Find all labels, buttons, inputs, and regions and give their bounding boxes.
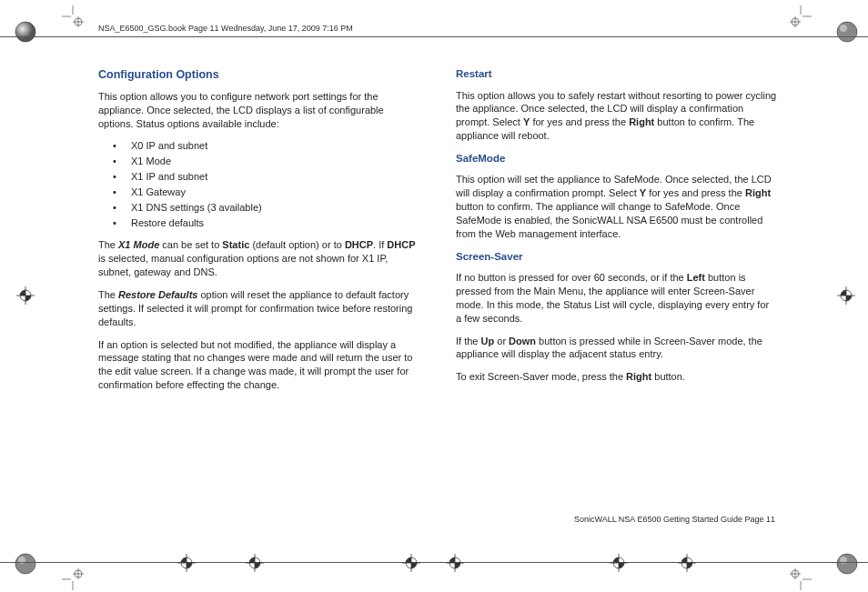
crop-mark-icon <box>790 5 812 27</box>
list-item: X1 Mode <box>120 155 419 168</box>
text: or <box>494 336 509 346</box>
text-bold: DHCP <box>387 239 415 250</box>
paragraph: This option allows you to configure netw… <box>98 90 419 131</box>
svg-point-42 <box>449 557 460 568</box>
left-column: Configuration Options This option allows… <box>98 67 419 401</box>
paragraph: This option allows you to safely restart… <box>456 89 777 143</box>
heading-safemode: SafeMode <box>456 152 777 166</box>
list-item: X1 Gateway <box>120 186 419 199</box>
registration-mark-icon <box>835 20 859 44</box>
crop-mark-icon <box>62 5 84 27</box>
registration-mark-icon <box>835 552 859 576</box>
text-bold: Left <box>687 272 705 283</box>
svg-point-3 <box>15 554 35 574</box>
paragraph: If the Up or Down button is pressed whil… <box>456 335 777 362</box>
footer-line: SonicWALL NSA E6500 Getting Started Guid… <box>574 515 775 524</box>
text: If the <box>456 336 481 346</box>
text-bold-italic: X1 Mode <box>118 239 159 250</box>
svg-point-48 <box>681 557 692 568</box>
svg-point-1 <box>837 22 857 42</box>
svg-point-7 <box>20 290 31 301</box>
text: can be set to <box>159 239 222 250</box>
registration-mark-icon <box>14 20 37 44</box>
text: If no button is pressed for over 60 seco… <box>456 272 687 283</box>
svg-point-30 <box>792 570 799 577</box>
header-rule <box>0 36 868 37</box>
bottom-registration-row <box>0 550 868 576</box>
svg-point-20 <box>792 18 799 25</box>
text-bold: DHCP <box>345 239 373 250</box>
svg-point-39 <box>406 557 417 568</box>
svg-point-15 <box>75 18 82 25</box>
footer-guide-title: SonicWALL NSA E6500 Getting Started Guid… <box>574 515 742 524</box>
svg-point-0 <box>15 22 35 42</box>
text: The <box>98 289 118 300</box>
text: is selected, manual configuration option… <box>98 253 388 277</box>
text-bold: Right <box>629 116 654 127</box>
text: for yes and press the <box>646 187 745 198</box>
text: To exit Screen-Saver mode, press the <box>456 371 626 382</box>
list-item: X1 IP and subnet <box>120 170 419 184</box>
paragraph: If no button is pressed for over 60 seco… <box>456 271 777 325</box>
paragraph: To exit Screen-Saver mode, press the Rig… <box>456 370 777 384</box>
registration-mark-icon <box>14 552 37 576</box>
crosshair-icon <box>837 286 855 305</box>
text-bold: Right <box>626 371 651 382</box>
text-bold: Y <box>640 187 646 198</box>
svg-point-25 <box>75 570 82 577</box>
text-bold: Static <box>222 239 249 250</box>
text: (default option) or to <box>249 239 345 250</box>
list-item: X0 IP and subnet <box>120 139 419 153</box>
footer-rule <box>0 562 868 563</box>
footer-page-number: Page 11 <box>742 515 775 524</box>
svg-point-33 <box>181 557 192 568</box>
config-bullet-list: X0 IP and subnet X1 Mode X1 IP and subne… <box>98 139 419 229</box>
text: The <box>98 239 118 250</box>
crop-mark-icon <box>790 568 812 590</box>
svg-point-36 <box>249 557 260 568</box>
svg-point-2 <box>840 25 847 32</box>
heading-restart: Restart <box>456 67 777 82</box>
text-bold: Right <box>745 187 771 198</box>
text: button to confirm. The appliance will ch… <box>456 201 762 239</box>
paragraph: The X1 Mode can be set to Static (defaul… <box>98 238 419 279</box>
right-column: Restart This option allows you to safely… <box>456 67 777 401</box>
document-page: NSA_E6500_GSG.book Page 11 Wednesday, Ju… <box>0 0 868 592</box>
svg-point-10 <box>841 290 852 301</box>
text: . If <box>373 239 387 250</box>
running-header: NSA_E6500_GSG.book Page 11 Wednesday, Ju… <box>98 24 353 33</box>
list-item: Restore defaults <box>120 216 419 230</box>
crosshair-icon <box>16 286 35 305</box>
text: for yes and press the <box>530 116 629 127</box>
text: button. <box>651 371 685 382</box>
paragraph: If an option is selected but not modifie… <box>98 338 419 392</box>
heading-screen-saver: Screen-Saver <box>456 250 777 265</box>
text-bold-italic: Restore Defaults <box>118 289 197 300</box>
crop-mark-icon <box>62 568 84 590</box>
text-bold: Up <box>481 336 495 346</box>
svg-point-45 <box>613 557 624 568</box>
text-bold: Down <box>509 336 536 346</box>
paragraph: This option will set the appliance to Sa… <box>456 173 777 240</box>
content-area: Configuration Options This option allows… <box>98 67 777 401</box>
list-item: X1 DNS settings (3 available) <box>120 201 419 215</box>
svg-point-5 <box>837 554 857 574</box>
paragraph: The Restore Defaults option will reset t… <box>98 288 419 329</box>
heading-configuration-options: Configuration Options <box>98 67 419 83</box>
